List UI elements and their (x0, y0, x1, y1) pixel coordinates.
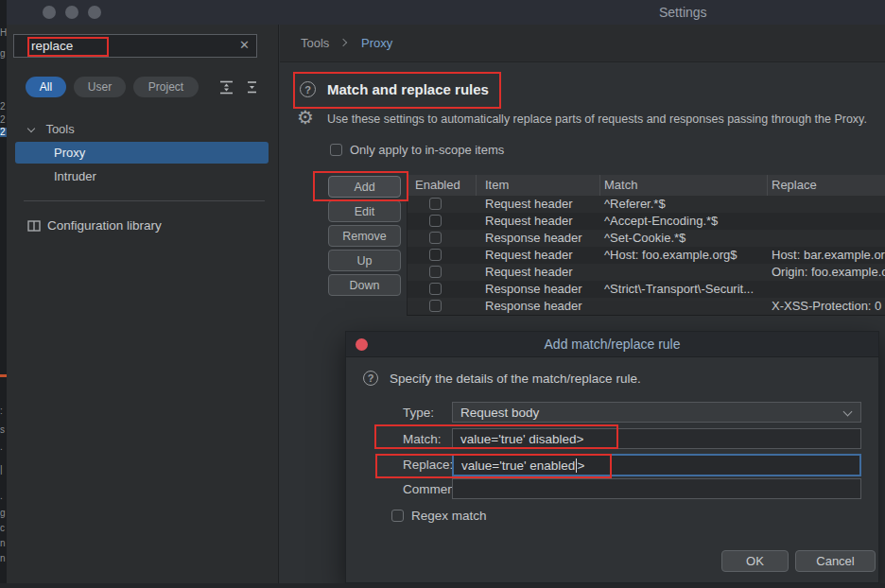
expand-all-icon[interactable] (218, 79, 234, 95)
collapse-all-icon[interactable] (244, 79, 260, 95)
section-description: Use these settings to automatically repl… (327, 112, 883, 126)
cell-replace: X-XSS-Protection: 0 (772, 299, 881, 313)
bg-fragment: . (0, 492, 3, 501)
row-enabled-checkbox[interactable] (429, 249, 442, 261)
row-enabled-checkbox[interactable] (429, 283, 442, 295)
regex-match-checkbox[interactable] (391, 510, 404, 522)
type-dropdown[interactable]: Request body (452, 402, 861, 423)
section-title: Match and replace rules (327, 81, 489, 97)
in-scope-checkbox-row[interactable]: Only apply to in-scope items (330, 143, 504, 157)
add-button[interactable]: Add (328, 176, 401, 198)
type-value: Request body (460, 406, 539, 420)
table-row[interactable]: Request header ^Referer.*$ (408, 196, 885, 213)
gear-icon: ⚙ (297, 108, 314, 127)
help-icon[interactable]: ? (300, 81, 316, 97)
button-label: OK (746, 554, 764, 568)
cell-item: Request header (485, 265, 573, 279)
table-row[interactable]: Response header ^Strict\-Transport\-Secu… (408, 281, 885, 298)
breadcrumb-proxy[interactable]: Proxy (361, 36, 392, 50)
row-enabled-checkbox[interactable] (429, 215, 442, 227)
match-field[interactable]: value='true' disabled> (452, 428, 861, 449)
settings-sidebar: replace ✕ All User Project Tools Proxy I… (7, 25, 279, 588)
library-book-icon (27, 220, 41, 232)
window-bottom-edge (0, 583, 885, 588)
bg-fragment: H (0, 28, 7, 38)
dialog-title: Add match/replace rule (346, 337, 878, 352)
cell-item: Response header (485, 231, 582, 245)
filter-label: Project (148, 80, 183, 94)
in-scope-checkbox-label: Only apply to in-scope items (350, 143, 504, 157)
edit-button[interactable]: Edit (328, 200, 401, 222)
table-row[interactable]: Request header Origin: foo.example.org (408, 264, 885, 281)
tree-group-tools[interactable]: Tools (28, 122, 75, 136)
replace-field[interactable]: value='true' enabled> (452, 454, 861, 476)
regex-match-checkbox-row[interactable]: Regex match (391, 509, 487, 523)
window-control-dot[interactable] (88, 6, 101, 19)
row-enabled-checkbox[interactable] (429, 232, 442, 244)
cell-replace: Origin: foo.example.org (772, 265, 885, 279)
cell-match: ^Referer.*$ (604, 197, 666, 211)
bg-fragment-highlighted: 2 (0, 128, 7, 137)
search-input[interactable]: replace ✕ (13, 34, 257, 58)
cell-item: Response header (485, 299, 582, 313)
replace-label: Replace: (403, 458, 453, 472)
row-enabled-checkbox[interactable] (429, 266, 442, 278)
table-row[interactable]: Request header ^Host: foo.example.org$ H… (408, 247, 885, 264)
sidebar-item-proxy[interactable]: Proxy (15, 142, 269, 164)
filter-label: All (40, 80, 52, 94)
chevron-down-icon (843, 407, 853, 417)
button-label: Edit (355, 205, 375, 218)
filter-pill-user[interactable]: User (74, 77, 126, 97)
up-button[interactable]: Up (328, 250, 401, 271)
remove-button[interactable]: Remove (328, 225, 401, 247)
dialog-hint-text: Specify the details of the match/replace… (390, 372, 641, 386)
match-replace-rules-table: Enabled Item Match Replace Request heade… (407, 175, 885, 316)
breadcrumb: Tools Proxy (280, 25, 885, 62)
column-header-replace[interactable]: Replace (772, 178, 817, 192)
column-header-item[interactable]: Item (485, 178, 509, 192)
column-header-match[interactable]: Match (604, 178, 637, 192)
dialog-hint: ? Specify the details of the match/repla… (363, 371, 641, 386)
clear-search-icon[interactable]: ✕ (239, 38, 250, 52)
window-title: Settings (659, 5, 707, 20)
row-enabled-checkbox[interactable] (429, 300, 442, 312)
in-scope-checkbox[interactable] (330, 144, 342, 156)
cell-match: ^Strict\-Transport\-Securit... (604, 282, 754, 296)
filter-pill-project[interactable]: Project (133, 77, 199, 97)
table-header: Enabled Item Match Replace (408, 175, 885, 196)
sidebar-divider (24, 200, 265, 201)
ok-button[interactable]: OK (721, 550, 789, 572)
window-control-dot[interactable] (65, 6, 78, 19)
breadcrumb-tools[interactable]: Tools (301, 36, 329, 50)
bg-fragment: g (0, 49, 6, 59)
match-label: Match: (403, 432, 442, 446)
down-button[interactable]: Down (328, 274, 401, 296)
button-label: Up (357, 254, 373, 268)
row-enabled-checkbox[interactable] (429, 198, 442, 210)
filter-pill-all[interactable]: All (26, 77, 66, 97)
window-control-dot[interactable] (43, 6, 56, 19)
sidebar-item-configuration-library[interactable]: Configuration library (27, 218, 162, 233)
button-label: Remove (342, 230, 387, 243)
table-row[interactable]: Response header X-XSS-Protection: 0 (408, 298, 885, 315)
cell-match: ^Host: foo.example.org$ (604, 248, 738, 262)
column-header-enabled[interactable]: Enabled (415, 178, 460, 192)
bg-fragment: g (0, 509, 6, 518)
table-row[interactable]: Request header ^Accept-Encoding.*$ (408, 213, 885, 230)
comment-field[interactable] (452, 478, 861, 499)
sidebar-item-intruder[interactable]: Intruder (54, 169, 96, 183)
table-row[interactable]: Response header ^Set-Cookie.*$ (408, 230, 885, 247)
window-titlebar: Settings (7, 0, 885, 25)
tree-item-label: Intruder (54, 169, 96, 183)
search-value: replace (31, 39, 73, 53)
column-separator (476, 175, 477, 196)
tree-group-label: Tools (45, 122, 74, 136)
sidebar-item-label: Configuration library (47, 218, 162, 233)
cell-replace: Host: bar.example.org (772, 248, 885, 262)
cancel-button[interactable]: Cancel (795, 550, 876, 572)
cell-item: Request header (485, 248, 573, 262)
cell-match: ^Accept-Encoding.*$ (604, 214, 718, 228)
match-value: value='true' disabled> (460, 432, 584, 446)
cell-match: ^Set-Cookie.*$ (604, 231, 685, 245)
type-label: Type: (403, 406, 434, 420)
